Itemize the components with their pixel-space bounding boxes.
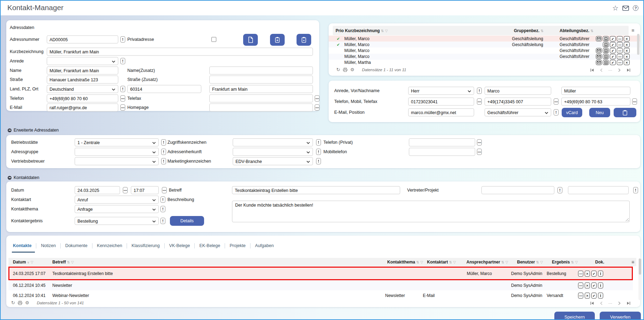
calendar-action-icon[interactable] [603,60,609,65]
prev-page-icon[interactable] [600,302,602,305]
col-datum[interactable]: Datum ∨ ▽ [13,260,33,265]
col-abteilungsbez[interactable]: Abteilungsbez. ⇅ [560,28,593,33]
col-benutzer[interactable]: Benutzer ⇅ ▽ [517,260,543,265]
mail-icon[interactable] [622,6,629,11]
tab-dokumente[interactable]: Dokumente [61,243,92,248]
table-scrollbar-thumb[interactable] [639,259,641,275]
gear-icon[interactable]: ⚙ [25,300,29,305]
vcard-button[interactable]: vCard [562,108,582,117]
refresh-icon[interactable]: ↻ [11,300,15,305]
telefon-privat-dial-icon[interactable]: ⋯ [477,139,482,146]
mobil-dial-icon[interactable]: ⋯ [554,98,559,105]
check-doc-icon[interactable]: ✔ [591,270,597,276]
kurzbezeichnung-input[interactable]: Müller, Frankfurt am Main [47,48,313,56]
delete-action-icon[interactable]: ✕ [624,42,630,47]
position-info-icon[interactable]: ! [554,109,559,116]
zeit-picker-icon[interactable]: ⋯ [162,187,167,193]
vertreter-input[interactable] [481,186,554,194]
contact-row[interactable]: Müller, Martha ✔ ⋯ ✕ [329,60,640,66]
check-action-icon[interactable]: ✔ [610,36,616,41]
mobiltelefon-input[interactable] [409,148,475,156]
history-row[interactable]: 06.12.2024 10:41 Webinar-Newsletter News… [8,290,633,300]
more-action-icon[interactable]: ⋯ [617,42,623,47]
delete-action-icon[interactable]: ✕ [624,54,630,59]
next-page-icon[interactable] [618,68,621,72]
person-anrede-info-icon[interactable]: ! [477,88,482,94]
beschreibung-textarea[interactable]: Der Kunde möchte tatsächlich bestellen! [232,201,630,222]
marketingkennzeichen-info-icon[interactable]: ! [316,158,321,164]
collapse-icon[interactable] [8,128,12,132]
position-select[interactable]: Geschäftsführer [485,109,551,117]
first-page-icon[interactable] [590,68,594,72]
adressenherkunft-select[interactable] [233,148,313,156]
zugriffskennzeichen-info-icon[interactable]: ! [316,139,321,146]
land-select[interactable]: Deutschland [47,85,118,93]
resize-handle[interactable] [626,218,629,221]
last-page-icon[interactable] [627,302,630,305]
mail-action-icon[interactable] [596,48,602,53]
pages-ellipsis[interactable]: ⋯ [608,303,612,304]
more-doc-icon[interactable]: ⋯ [578,270,583,276]
marketingkennzeichen-select[interactable]: EDV-Branche [233,157,313,165]
sort-icon[interactable]: ⇅ [541,29,544,33]
calendar-action-icon[interactable] [603,42,609,47]
copy-to-clipboard-button[interactable] [270,34,285,46]
calendar-action-icon[interactable] [603,54,609,59]
zugriffskennzeichen-select[interactable] [233,139,313,147]
person-telefax-dial-icon[interactable]: ⋯ [632,98,637,105]
kontaktart-info-icon[interactable]: ! [160,196,165,203]
tab-notizen[interactable]: Notizen [36,243,60,248]
prev-page-icon[interactable] [600,68,602,72]
tab-vk-belege[interactable]: VK-Belege [165,243,195,248]
anrede-info-icon[interactable]: ! [120,58,125,64]
grid-menu-icon[interactable]: ≡ [631,28,634,33]
speichern-button[interactable]: Speichern [554,312,595,320]
info-doc-icon[interactable]: i [598,270,603,276]
collapse-icon[interactable] [8,176,12,180]
next-page-icon[interactable] [618,302,621,305]
vorname-input[interactable]: Marco [485,87,551,95]
more-action-icon[interactable]: ⋯ [617,60,623,65]
plz-input[interactable]: 60314 [127,85,201,93]
homepage-input[interactable] [209,104,313,112]
col-gruppenbez[interactable]: Gruppenbez. ⇅ [514,28,544,33]
tab-ek-belege[interactable]: EK-Belege [195,243,225,248]
history-row[interactable]: 06.12.2024 10:45 Newsletter Demo SysAdmi… [8,280,633,290]
telefon-privat-input[interactable] [409,139,475,147]
last-page-icon[interactable] [627,68,630,72]
col-kontaktart[interactable]: Kontaktart ⇅ ▽ [427,260,456,265]
nachname-input[interactable]: Müller [561,87,630,95]
telefon-input[interactable]: +49(69)90 80 70 60 [47,95,118,103]
strasse-zusatz-input[interactable] [209,76,313,84]
vertriebsbetreuer-info-icon[interactable]: ! [161,158,166,164]
projekt-info-icon[interactable]: ! [633,187,638,193]
calendar-action-icon[interactable] [603,48,609,53]
print-icon[interactable] [18,301,22,305]
check-action-icon[interactable]: ✔ [610,60,616,65]
projekt-input[interactable] [568,186,629,194]
datum-input[interactable]: 24.03.2025 [75,186,120,194]
gear-icon[interactable]: ⚙ [350,67,354,72]
star-icon[interactable]: ☆ [612,5,619,12]
email-input[interactable]: ralf.rutger@gmx.de [47,104,118,112]
kontaktergebnis-select[interactable]: Bestellung [75,217,159,225]
homepage-action-icon[interactable]: ⋯ [315,104,320,111]
paste-from-clipboard-button[interactable] [297,34,311,46]
adressnummer-info-icon[interactable]: ! [120,36,125,43]
table-scrollbar-track[interactable] [638,258,642,300]
delete-doc-icon[interactable]: ✕ [585,270,590,276]
telefax-input[interactable] [209,95,313,103]
tab-kontakte[interactable]: Kontakte [8,243,36,248]
new-document-button[interactable] [243,34,258,46]
adressnummer-input[interactable]: AD00005 [47,36,118,44]
extended-section-header[interactable]: Erweiterte Adressdaten [8,128,59,133]
adressgruppe-select[interactable] [75,148,159,156]
betriebsstaette-select[interactable]: 1 - Zentrale [75,139,159,147]
privatadresse-checkbox[interactable] [211,37,216,42]
more-doc-icon[interactable]: ⋯ [578,292,583,298]
info-doc-icon[interactable]: i [598,282,603,288]
pages-ellipsis[interactable]: ⋯ [608,69,612,71]
refresh-icon[interactable]: ↻ [336,67,340,72]
delete-action-icon[interactable]: ✕ [624,48,630,53]
strasse-input[interactable]: Hanauer Landstraße 123 [47,76,118,84]
